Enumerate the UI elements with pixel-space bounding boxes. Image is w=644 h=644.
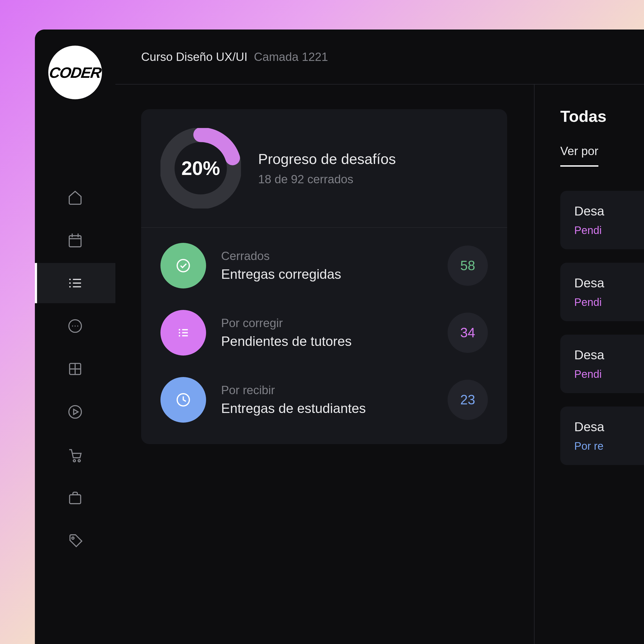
challenge-card[interactable]: Desa Pendi [560,191,644,249]
calendar-icon [66,231,84,249]
card-status: Pendi [574,224,644,236]
tab-ver-por[interactable]: Ver por [560,144,598,167]
card-title: Desa [574,276,644,290]
svg-rect-12 [69,495,81,504]
app-window: CODER [35,30,644,644]
svg-point-9 [69,406,82,418]
card-title: Desa [574,419,644,434]
content-row: 20% Progreso de desafíos 18 de 92 cerrad… [115,85,644,644]
progress-summary: 20% Progreso de desafíos 18 de 92 cerrad… [141,109,507,228]
sidebar-item-list[interactable] [35,263,115,303]
sidebar-item-grid[interactable] [35,349,115,389]
svg-rect-0 [69,236,81,247]
stat-count: 58 [448,246,488,286]
svg-point-13 [72,537,74,539]
stat-count: 34 [448,313,488,353]
svg-point-19 [179,335,180,337]
grid-icon [66,360,84,378]
cart-icon [66,446,84,464]
stat-desc: Pendientes de tutores [221,334,433,349]
svg-point-18 [179,332,180,334]
list-icon [66,274,84,292]
sidebar-item-cart[interactable] [35,435,115,475]
stat-list: Cerrados Entregas corregidas 58 [141,228,507,444]
svg-point-11 [78,460,80,462]
sidebar-item-chat[interactable] [35,306,115,346]
progress-title: Progreso de desafíos [258,151,396,167]
sidebar-item-play[interactable] [35,392,115,432]
progress-subtitle: 18 de 92 cerrados [258,173,396,186]
progress-donut: 20% [160,128,241,208]
stat-count: 23 [448,380,488,420]
stat-label: Por corregir [221,316,433,330]
logo[interactable]: CODER [48,46,102,99]
right-panel-title: Todas [560,107,644,126]
challenge-card[interactable]: Desa Pendi [560,263,644,321]
stat-row-cerrados[interactable]: Cerrados Entregas corregidas 58 [160,243,488,288]
sidebar-item-briefcase[interactable] [35,478,115,518]
check-circle-icon [160,243,206,288]
right-card-list: Desa Pendi Desa Pendi Desa Pendi Desa [560,191,644,465]
svg-point-6 [75,325,76,327]
sidebar-item-tag[interactable] [35,521,115,561]
sidebar-item-calendar[interactable] [35,220,115,260]
gradient-background: CODER [0,0,644,644]
logo-text: CODER [48,64,102,81]
header-title: Curso Diseño UX/UI [141,50,247,64]
card-status: Pendi [574,296,644,308]
header-subtitle: Camada 1221 [254,50,328,64]
stat-desc: Entregas de estudiantes [221,401,433,416]
stat-label: Cerrados [221,249,433,263]
play-icon [66,403,84,421]
challenge-card[interactable]: Desa Pendi [560,335,644,393]
stat-label: Por recibir [221,383,433,397]
card-status: Pendi [574,368,644,380]
card-status: Por re [574,440,644,452]
card-title: Desa [574,347,644,362]
card-title: Desa [574,204,644,218]
challenge-card[interactable]: Desa Por re [560,407,644,465]
main-area: Curso Diseño UX/UI Camada 1221 20% [115,30,644,644]
sidebar: CODER [35,30,115,644]
right-panel: Todas Ver por Desa Pendi Desa Pendi Desa [534,85,644,644]
progress-percent: 20% [160,128,241,208]
tag-icon [66,532,84,550]
stat-desc: Entregas corregidas [221,266,433,282]
svg-point-17 [179,329,180,331]
svg-point-3 [69,286,71,288]
svg-point-16 [177,259,189,272]
svg-point-7 [77,325,78,327]
svg-point-2 [69,282,71,284]
svg-point-1 [69,279,71,280]
stat-row-por-recibir[interactable]: Por recibir Entregas de estudiantes 23 [160,377,488,423]
stat-row-por-corregir[interactable]: Por corregir Pendientes de tutores 34 [160,310,488,356]
home-icon [66,188,84,206]
sidebar-item-home[interactable] [35,177,115,217]
header: Curso Diseño UX/UI Camada 1221 [115,30,644,85]
chat-icon [66,317,84,335]
svg-point-10 [73,460,75,462]
clock-icon [160,377,206,423]
progress-section: 20% Progreso de desafíos 18 de 92 cerrad… [115,85,534,644]
progress-card: 20% Progreso de desafíos 18 de 92 cerrad… [141,109,507,444]
list-icon [160,310,206,356]
briefcase-icon [66,489,84,507]
svg-point-5 [72,325,73,327]
